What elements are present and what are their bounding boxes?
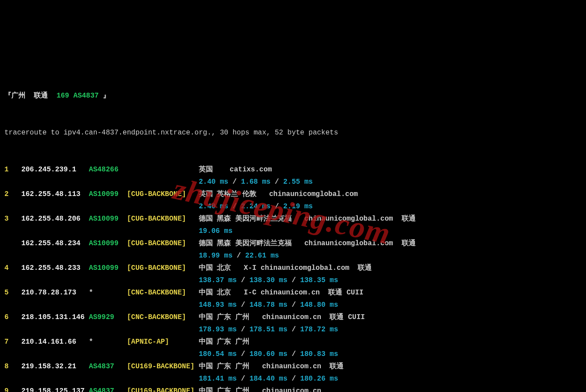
hop-row: 7 210.14.161.66 * [APNIC-AP] 中国 广东 广州 — [4, 336, 582, 348]
hop-location: 中国 广东 广州 — [199, 338, 249, 346]
hop-time: 148.93 ms — [199, 301, 237, 309]
hop-location: 中国 北京 X-I chinaunicomglobal.com 联通 — [199, 264, 372, 272]
hop-asn: AS10099 — [89, 264, 127, 272]
hop-tag: [CUG-BACKBONE] — [127, 240, 198, 247]
hop-row: 3 162.255.48.206 AS10099 [CUG-BACKBONE] … — [4, 213, 582, 225]
hop-time: 19.06 ms — [199, 227, 233, 235]
hop-time: 178.51 ms — [249, 326, 287, 334]
hop-time: 180.60 ms — [249, 350, 287, 358]
hop-location: 中国 广东 广州 chinaunicom.cn 联通 — [199, 363, 344, 370]
hop-asn: AS48266 — [89, 166, 127, 174]
hop-tag: [CUG-BACKBONE] — [127, 190, 198, 198]
hop-ip: 206.245.239.1 — [21, 166, 89, 174]
hop-row: 162.255.48.234 AS10099 [CUG-BACKBONE] 德国… — [4, 237, 582, 250]
hop-list: 1 206.245.239.1 AS48266 英国 catixs.com 2.… — [4, 163, 582, 392]
hop-ip: 218.105.131.146 — [21, 313, 89, 321]
hop-time: 148.80 ms — [300, 301, 338, 309]
hop-number: 4 — [4, 264, 21, 272]
time-separator: / — [287, 276, 300, 284]
hop-ip: 162.255.48.206 — [21, 215, 89, 223]
hop-time: 148.78 ms — [249, 301, 287, 309]
hop-times-row: 178.93 ms / 178.51 ms / 178.72 ms — [4, 323, 582, 336]
hop-number: 6 — [4, 313, 21, 321]
hop-ip: 219.158.125.137 — [21, 387, 89, 392]
hop-times-row: 2.40 ms / 1.68 ms / 2.55 ms — [4, 176, 582, 188]
hop-ip: 219.158.32.21 — [21, 363, 89, 370]
time-separator: / — [287, 301, 300, 309]
time-separator: / — [287, 326, 300, 334]
hop-asn: AS10099 — [89, 240, 127, 247]
hop-time: 184.40 ms — [249, 375, 287, 383]
time-separator: / — [237, 350, 249, 358]
header-line: 『广州 联通 169 AS4837 』 — [4, 90, 582, 102]
hop-times-row: 2.40 ms / 2.24 ms / 2.19 ms — [4, 200, 582, 213]
hop-tag: [CNC-BACKBONE] — [127, 289, 198, 297]
hop-asn: AS4837 — [89, 363, 127, 370]
hop-time: 180.83 ms — [300, 350, 338, 358]
time-separator: / — [271, 203, 283, 211]
hop-asn: AS10099 — [89, 215, 127, 223]
hop-tag: [CU169-BACKBONE] — [127, 387, 198, 392]
hop-asn: AS10099 — [89, 190, 127, 198]
time-separator: / — [232, 252, 245, 260]
time-separator: / — [237, 375, 249, 383]
hop-time: 22.61 ms — [245, 252, 279, 260]
hop-time: 180.26 ms — [300, 375, 338, 383]
hop-time: 180.54 ms — [199, 350, 237, 358]
hop-row: 9 219.158.125.137 AS4837 [CU169-BACKBONE… — [4, 385, 582, 392]
bracket-open: 『 — [4, 92, 11, 100]
hop-tag: [APNIC-AP] — [127, 338, 198, 346]
hop-row: 4 162.255.48.233 AS10099 [CUG-BACKBONE] … — [4, 262, 582, 274]
hop-number: 8 — [4, 363, 21, 370]
hop-tag: [CUG-BACKBONE] — [127, 215, 198, 223]
hop-location: 英国 catixs.com — [199, 166, 272, 174]
time-separator: / — [287, 350, 300, 358]
hop-location: 英国 英格兰 伦敦 chinaunicomglobal.com — [199, 190, 358, 198]
hop-time: 2.24 ms — [241, 203, 271, 211]
hop-tag — [127, 166, 198, 174]
hop-times-row: 148.93 ms / 148.78 ms / 148.80 ms — [4, 299, 582, 311]
hop-time: 2.40 ms — [199, 203, 228, 211]
hop-row: 2 162.255.48.113 AS10099 [CUG-BACKBONE] … — [4, 188, 582, 200]
hop-time: 138.35 ms — [300, 276, 338, 284]
hop-row: 8 219.158.32.21 AS4837 [CU169-BACKBONE] … — [4, 360, 582, 373]
hop-location: 中国 广东 广州 chinaunicom.cn 联通 CUII — [199, 313, 365, 321]
hop-times-row: 18.99 ms / 22.61 ms — [4, 250, 582, 262]
bracket-close: 』 — [99, 92, 110, 100]
hop-location: 中国 北京 I-C chinaunicom.cn 联通 CUII — [199, 289, 363, 297]
hop-times-row: 19.06 ms — [4, 225, 582, 237]
hop-row: 1 206.245.239.1 AS48266 英国 catixs.com — [4, 163, 582, 176]
time-separator: / — [287, 375, 300, 383]
hop-time: 2.19 ms — [283, 203, 313, 211]
hop-times-row: 181.41 ms / 184.40 ms / 180.26 ms — [4, 373, 582, 385]
hop-number: 1 — [4, 166, 21, 174]
header-carrier: 联通 — [34, 92, 48, 100]
hop-ip: 162.255.48.113 — [21, 190, 89, 198]
hop-time: 18.99 ms — [199, 252, 233, 260]
hop-number — [4, 240, 21, 247]
hop-number: 2 — [4, 190, 21, 198]
hop-asn: AS4837 — [89, 387, 127, 392]
traceroute-command-line: traceroute to ipv4.can-4837.endpoint.nxt… — [4, 127, 582, 139]
hop-tag: [CUG-BACKBONE] — [127, 264, 198, 272]
hop-time: 178.93 ms — [199, 326, 237, 334]
hop-time: 181.41 ms — [199, 375, 237, 383]
hop-location: 德国 黑森 美因河畔法兰克福 chinaunicomglobal.com 联通 — [199, 240, 416, 247]
hop-asn: * — [89, 289, 127, 297]
hop-asn: * — [89, 338, 127, 346]
time-separator: / — [237, 326, 249, 334]
time-separator: / — [228, 203, 241, 211]
header-city: 广州 — [11, 92, 26, 100]
hop-ip: 210.78.28.173 — [21, 289, 89, 297]
hop-time: 2.55 ms — [283, 178, 313, 186]
header-asn: 169 AS4837 — [56, 92, 99, 100]
hop-number: 3 — [4, 215, 21, 223]
hop-time: 1.68 ms — [241, 178, 271, 186]
time-separator: / — [237, 301, 249, 309]
hop-times-row: 180.54 ms / 180.60 ms / 180.83 ms — [4, 348, 582, 360]
hop-asn: AS9929 — [89, 313, 127, 321]
hop-tag: [CU169-BACKBONE] — [127, 363, 198, 370]
hop-number: 5 — [4, 289, 21, 297]
hop-time: 138.37 ms — [199, 276, 237, 284]
hop-time: 2.40 ms — [199, 178, 228, 186]
